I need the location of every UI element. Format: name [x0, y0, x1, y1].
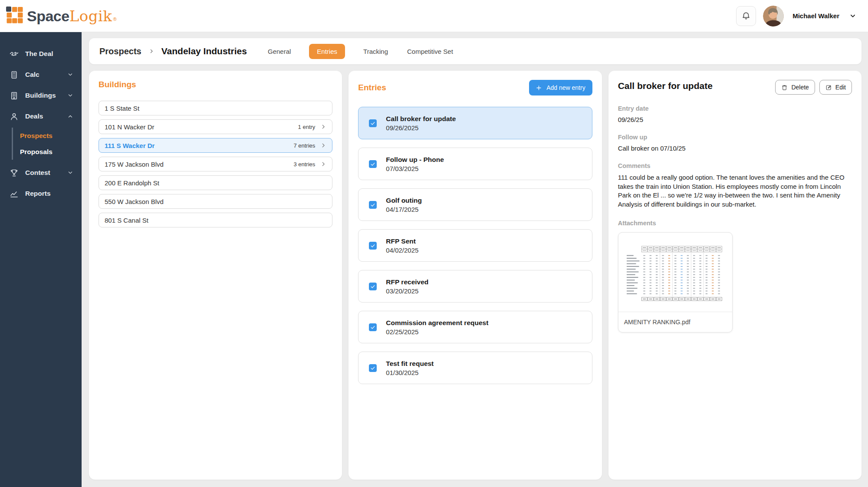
tab-entries[interactable]: Entries — [309, 44, 345, 59]
edit-icon — [825, 84, 832, 91]
breadcrumb-bar: Prospects Vandelay Industries General En… — [89, 38, 861, 64]
user-name[interactable]: Michael Walker — [792, 12, 839, 20]
main-content: Prospects Vandelay Industries General En… — [82, 32, 868, 487]
building-row[interactable]: 200 E Randolph St — [99, 175, 332, 190]
sidebar-item-proposals[interactable]: Proposals — [13, 144, 82, 160]
entry-card[interactable]: Call broker for update 09/26/2025 — [358, 107, 592, 139]
entry-date: 01/30/2025 — [386, 369, 434, 376]
building-entry-count: 3 entries — [293, 161, 315, 168]
tab-tracking[interactable]: Tracking — [362, 44, 389, 59]
sidebar-item-buildings[interactable]: Buildings — [0, 85, 82, 106]
add-new-entry-button[interactable]: Add new entry — [529, 80, 592, 95]
app-logo: SpaceLogik® — [6, 7, 117, 26]
delete-button[interactable]: Delete — [775, 80, 815, 95]
building-entry-count: 7 entries — [293, 142, 315, 149]
breadcrumb-chevron-icon — [148, 48, 155, 55]
building-row[interactable]: 111 S Wacker Dr 7 entries — [99, 138, 332, 153]
entry-card[interactable]: Golf outing 04/17/2025 — [358, 188, 592, 221]
attachment-filename: AMENITY RANKING.pdf — [618, 312, 732, 332]
entry-card[interactable]: Test fit request 01/30/2025 — [358, 352, 592, 384]
logo-registered-mark: ® — [113, 13, 116, 26]
chart-icon — [10, 189, 19, 198]
logo-logik: Logik — [69, 7, 112, 26]
entry-title: Follow up - Phone — [386, 156, 444, 164]
check-icon — [370, 161, 375, 167]
chevron-down-icon — [849, 12, 857, 20]
check-icon — [370, 365, 375, 371]
sidebar-item-label: Reports — [25, 190, 51, 197]
entry-checkbox[interactable] — [369, 283, 377, 290]
entry-card[interactable]: Follow up - Phone 07/03/2025 — [358, 148, 592, 180]
sidebar-item-label: The Deal — [25, 50, 53, 58]
attachment-card[interactable]: AMENITY RANKING.pdf — [618, 232, 733, 332]
user-menu-chevron[interactable] — [849, 12, 857, 20]
building-row[interactable]: 801 S Canal St — [99, 213, 332, 227]
entry-checkbox[interactable] — [369, 364, 377, 372]
building-name: 111 S Wacker Dr — [105, 142, 155, 149]
avatar-image — [763, 6, 784, 26]
spreadsheet-preview — [626, 241, 725, 303]
building-row[interactable]: 101 N Wacker Dr 1 entry — [99, 119, 332, 134]
entry-checkbox[interactable] — [369, 201, 377, 209]
entry-date: 02/25/2025 — [386, 328, 488, 336]
check-icon — [370, 121, 375, 126]
building-name: 550 W Jackson Blvd — [105, 198, 164, 205]
building-name: 1 S State St — [105, 105, 139, 112]
entry-checkbox[interactable] — [369, 242, 377, 250]
sidebar-item-label: Deals — [25, 112, 43, 120]
entry-date: 04/17/2025 — [386, 206, 422, 213]
chevron-icon — [67, 71, 74, 78]
sidebar-item-label: Contest — [25, 169, 50, 177]
entry-date-value: 09/26/25 — [618, 116, 852, 123]
edit-button[interactable]: Edit — [819, 80, 852, 95]
sidebar-item-deals[interactable]: Deals — [0, 106, 82, 127]
sidebar-item-label: Buildings — [25, 92, 56, 99]
chevron-icon — [67, 92, 74, 99]
entry-checkbox[interactable] — [369, 323, 377, 331]
attachments-label: Attachments — [618, 220, 852, 227]
tab-competitive-set[interactable]: Competitive Set — [406, 44, 454, 59]
logo-space: Space — [27, 7, 69, 26]
comments-label: Comments — [618, 162, 852, 169]
logo-grid-icon — [6, 7, 23, 24]
chevron-icon — [67, 113, 74, 120]
building-row[interactable]: 175 W Jackson Blvd 3 entries — [99, 157, 332, 171]
building-list: 1 S State St 101 N Wacker Dr 1 entry 111… — [99, 101, 332, 227]
sidebar-item-label: Calc — [25, 71, 39, 79]
building-row[interactable]: 1 S State St — [99, 101, 332, 115]
building-row[interactable]: 550 W Jackson Blvd — [99, 194, 332, 209]
entry-card[interactable]: Commission agreement request 02/25/2025 — [358, 311, 592, 343]
entry-checkbox[interactable] — [369, 119, 377, 127]
buildings-panel-title: Buildings — [99, 80, 332, 89]
entry-date: 07/03/2025 — [386, 165, 444, 172]
bell-icon — [741, 11, 751, 21]
sidebar-item-reports[interactable]: Reports — [0, 183, 82, 204]
chevron-icon — [67, 169, 74, 176]
chevron-right-icon — [320, 124, 326, 130]
handshake-icon — [10, 49, 19, 59]
check-icon — [370, 202, 375, 207]
breadcrumb-prospects[interactable]: Prospects — [99, 46, 141, 56]
tab-general[interactable]: General — [267, 44, 292, 59]
sidebar-item-the-deal[interactable]: The Deal — [0, 43, 82, 64]
user-avatar[interactable] — [763, 6, 784, 26]
entry-card[interactable]: RFP received 03/20/2025 — [358, 270, 592, 303]
chevron-right-icon — [320, 161, 326, 167]
edit-button-label: Edit — [835, 84, 846, 91]
entry-date: 09/26/2025 — [386, 124, 456, 132]
trash-icon — [781, 84, 788, 91]
comments-value: 111 could be a really good option. The t… — [618, 173, 852, 209]
entry-card[interactable]: RFP Sent 04/02/2025 — [358, 229, 592, 262]
calculator-icon — [10, 70, 19, 79]
top-header: SpaceLogik® Michael Walker — [0, 0, 868, 32]
building-name: 101 N Wacker Dr — [105, 123, 154, 131]
sidebar-item-prospects[interactable]: Prospects — [13, 128, 82, 144]
delete-button-label: Delete — [791, 84, 809, 91]
sidebar-item-calc[interactable]: Calc — [0, 64, 82, 85]
notifications-button[interactable] — [736, 6, 756, 26]
entry-checkbox[interactable] — [369, 160, 377, 168]
chevron-right-icon — [320, 142, 326, 148]
sidebar-item-contest[interactable]: Contest — [0, 162, 82, 183]
entry-date-label: Entry date — [618, 105, 852, 112]
entry-list: Call broker for update 09/26/2025 Follow… — [358, 107, 592, 384]
